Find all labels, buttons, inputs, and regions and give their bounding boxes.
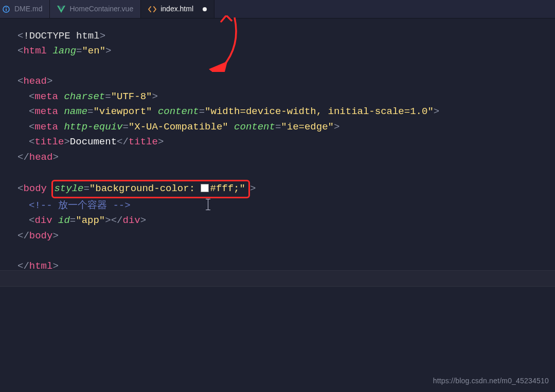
code-line: <title>Document</title> (17, 135, 555, 150)
color-swatch-icon (201, 184, 209, 192)
info-icon (2, 5, 10, 13)
vue-icon (57, 5, 65, 13)
code-line: <meta name="viewport" content="width=dev… (17, 104, 555, 119)
code-line: <meta http-equiv="X-UA-Compatible" conte… (17, 120, 555, 135)
tab-bar: DME.md HomeContainer.vue index.html (0, 0, 555, 18)
tab-label: index.html (160, 4, 193, 15)
code-line: </html> (17, 259, 555, 274)
editor-window: DME.md HomeContainer.vue index.html <!D (0, 0, 555, 392)
tab-readme[interactable]: DME.md (0, 0, 50, 18)
code-line: <!DOCTYPE html> (17, 29, 555, 44)
code-editor[interactable]: <!DOCTYPE html> <html lang="en"> <head> … (0, 18, 555, 392)
tab-homecontainer[interactable]: HomeContainer.vue (50, 0, 141, 18)
highlighted-attribute: style="background-color: #fff;" (51, 180, 249, 198)
svg-rect-1 (6, 9, 7, 11)
code-line: <div id="app"></div> (17, 213, 555, 228)
svg-rect-2 (6, 7, 7, 8)
tab-index-html[interactable]: index.html (141, 0, 214, 18)
code-line: <head> (17, 74, 555, 89)
code-line: <!-- 放一个容器 --> (17, 198, 555, 213)
tab-label: HomeContainer.vue (69, 4, 133, 15)
code-line: <meta charset="UTF-8"> (17, 89, 555, 104)
code-line: </head> (17, 150, 555, 165)
code-line: <body style="background-color: #fff;"> (17, 180, 555, 198)
code-line: </body> (17, 229, 555, 244)
dirty-indicator-icon (203, 7, 207, 11)
code-line: <html lang="en"> (17, 44, 555, 59)
code-icon (148, 5, 156, 13)
text-cursor-icon (208, 199, 208, 210)
tab-label: DME.md (14, 4, 42, 15)
